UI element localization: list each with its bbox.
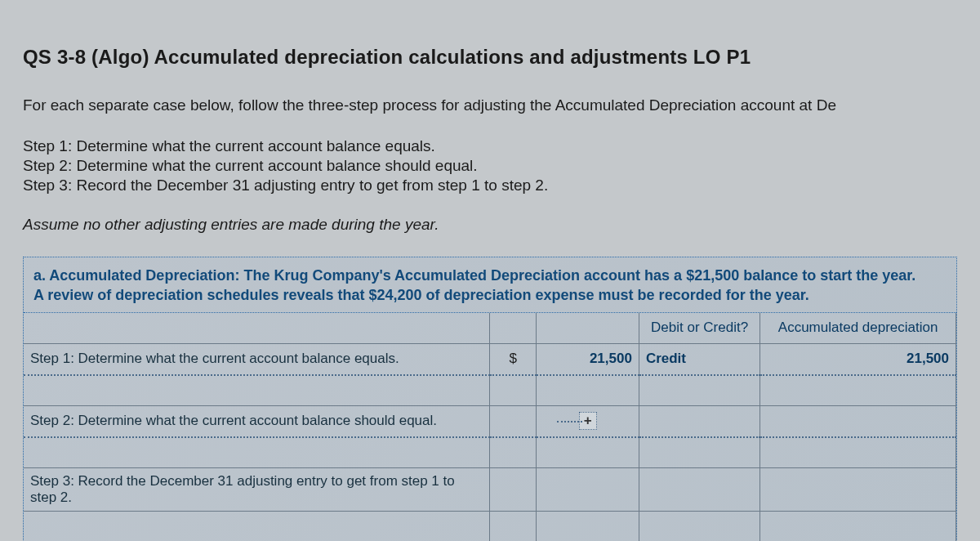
row-tail-sym	[490, 512, 537, 541]
row-step2-doc[interactable]	[639, 406, 760, 437]
row-step3-acc[interactable]	[760, 468, 956, 512]
row-step3-label: Step 3: Record the December 31 adjusting…	[24, 468, 490, 512]
assumption-text: Assume no other adjusting entries are ma…	[23, 216, 957, 234]
header-accumulated-depreciation: Accumulated depreciation	[760, 313, 956, 344]
row-gap-1-sym	[490, 375, 537, 406]
row-gap-1-doc[interactable]	[639, 375, 760, 406]
header-row: Debit or Credit? Accumulated depreciatio…	[24, 313, 956, 344]
header-blank-1	[24, 313, 490, 344]
header-blank-3	[537, 313, 639, 344]
row-tail-amt[interactable]	[537, 512, 639, 541]
row-tail-doc[interactable]	[639, 512, 760, 541]
row-gap-1	[24, 375, 956, 406]
row-step3-doc[interactable]	[639, 468, 760, 512]
row-gap-2-sym	[490, 437, 537, 468]
row-step1-label: Step 1: Determine what the current accou…	[24, 344, 490, 375]
worksheet-table: Debit or Credit? Accumulated depreciatio…	[24, 313, 956, 541]
row-gap-1-desc	[24, 375, 490, 406]
row-step2-sym	[490, 406, 537, 437]
question-title: QS 3-8 (Algo) Accumulated depreciation c…	[23, 46, 957, 69]
row-step1-accdep[interactable]: 21,500	[760, 344, 956, 375]
row-step1-amount[interactable]: 21,500	[537, 344, 639, 375]
case-a-header-line2: A review of depreciation schedules revea…	[33, 287, 809, 303]
step1-text: Step 1: Determine what the current accou…	[23, 137, 957, 155]
row-step3-amt[interactable]	[537, 468, 639, 512]
row-step2-plus-cell: +	[537, 406, 639, 437]
row-tail-desc[interactable]	[24, 512, 490, 541]
row-step2: Step 2: Determine what the current accou…	[24, 406, 956, 437]
header-debit-or-credit: Debit or Credit?	[639, 313, 760, 344]
row-step2-label: Step 2: Determine what the current accou…	[24, 406, 490, 437]
row-gap-2	[24, 437, 956, 468]
step3-text: Step 3: Record the December 31 adjusting…	[23, 177, 957, 194]
row-step1-debit-credit[interactable]: Credit	[639, 344, 760, 375]
row-step3: Step 3: Record the December 31 adjusting…	[24, 468, 956, 512]
row-step3-sym	[490, 468, 537, 512]
row-gap-1-acc[interactable]	[760, 375, 956, 406]
row-tail-acc[interactable]	[760, 512, 956, 541]
header-blank-2	[490, 313, 537, 344]
row-gap-2-amt[interactable]	[537, 437, 639, 468]
row-gap-2-desc	[24, 437, 490, 468]
row-step1: Step 1: Determine what the current accou…	[24, 344, 956, 375]
case-a-header-line1: a. Accumulated Depreciation: The Krug Co…	[33, 267, 915, 284]
row-gap-1-amt[interactable]	[537, 375, 639, 406]
steps-block: Step 1: Determine what the current accou…	[23, 137, 957, 194]
row-gap-2-acc[interactable]	[760, 437, 956, 468]
intro-text: For each separate case below, follow the…	[23, 96, 957, 114]
step2-text: Step 2: Determine what the current accou…	[23, 157, 957, 175]
worksheet-case-a: a. Accumulated Depreciation: The Krug Co…	[23, 257, 957, 541]
row-step2-acc[interactable]	[760, 406, 956, 437]
row-tail	[24, 512, 956, 541]
case-a-header: a. Accumulated Depreciation: The Krug Co…	[24, 257, 956, 313]
page-root: QS 3-8 (Algo) Accumulated depreciation c…	[0, 0, 980, 541]
add-row-button[interactable]: +	[579, 412, 597, 430]
row-step1-currency: $	[490, 344, 537, 375]
row-gap-2-doc[interactable]	[639, 437, 760, 468]
